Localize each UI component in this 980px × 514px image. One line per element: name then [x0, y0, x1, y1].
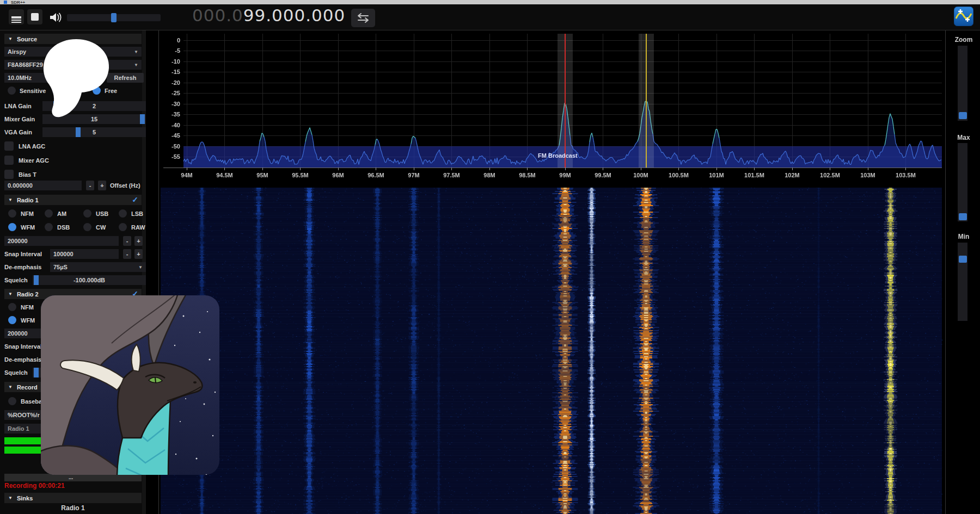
freq-tick-label: 97.5M: [435, 172, 468, 178]
deemphasis-dropdown[interactable]: 75µS ▼: [50, 262, 146, 272]
collapse-triangle-icon: ▼: [8, 36, 13, 41]
window-titlebar: SDR++: [0, 0, 980, 4]
mode-radio-raw[interactable]: [119, 223, 127, 231]
radio2-mode-label-wfm: WFM: [21, 315, 35, 325]
lna-agc-checkbox[interactable]: [4, 141, 14, 151]
snap-interval-input[interactable]: 100000: [50, 249, 119, 259]
mode-label-wfm: WFM: [21, 222, 35, 232]
radio2-mode-radio-nfm[interactable]: [8, 303, 16, 311]
bandwidth-plus-button[interactable]: +: [134, 236, 143, 246]
radio2-squelch-handle[interactable]: [34, 368, 39, 377]
max-slider-handle[interactable]: [959, 213, 967, 220]
freq-tick-label: 100M: [624, 172, 657, 178]
mode-radio-usb[interactable]: [83, 209, 91, 218]
radio2-header-label: Radio 2: [17, 291, 39, 298]
db-tick-label: -25: [161, 90, 180, 96]
bandwidth-minus-button[interactable]: -: [123, 236, 131, 246]
offset-minus-button[interactable]: -: [86, 181, 94, 190]
frequency-display[interactable]: 000.099.000.000: [192, 5, 345, 25]
offset-plus-button[interactable]: +: [98, 181, 106, 190]
min-label: Min: [947, 233, 980, 240]
snap-interval-label: Snap Interval: [4, 249, 42, 259]
vga-gain-value: 5: [42, 127, 146, 137]
zoom-slider-handle[interactable]: [959, 112, 967, 119]
lna-agc-label: LNA AGC: [19, 141, 45, 151]
squelch-label: Squelch: [4, 275, 28, 285]
record-header-label: Record: [17, 384, 38, 391]
db-tick-label: -50: [161, 143, 180, 150]
offset-input[interactable]: 0.000000: [4, 181, 82, 190]
mode-label-cw: CW: [96, 222, 106, 232]
baseband-radio[interactable]: [8, 397, 16, 405]
menu-button[interactable]: [9, 9, 24, 24]
deemphasis-label: De-emphasis: [4, 262, 41, 272]
mixer-agc-checkbox[interactable]: [4, 156, 14, 165]
freq-tick-label: 94M: [170, 172, 203, 178]
radio2-squelch-label: Squelch: [4, 368, 28, 377]
db-tick-label: -40: [161, 122, 180, 128]
vfo-swap-button[interactable]: [351, 9, 375, 27]
ellipsis: ...: [69, 474, 73, 480]
bandwidth-input[interactable]: 200000: [4, 236, 119, 246]
mode-radio-nfm[interactable]: [8, 209, 16, 218]
mode-radio-dsb[interactable]: [45, 223, 53, 231]
min-slider-handle[interactable]: [959, 256, 967, 263]
mixer-gain-label: Mixer Gain: [4, 114, 35, 124]
freq-tick-label: 98M: [473, 172, 506, 178]
frequency-dim-digits: 000.0: [192, 5, 243, 25]
mode-radio-lsb[interactable]: [119, 209, 127, 218]
collapse-triangle-icon: ▼: [8, 197, 13, 202]
mute-button[interactable]: [48, 10, 63, 25]
radio2-mode-radio-wfm[interactable]: [8, 316, 16, 324]
app-icon: [4, 1, 7, 4]
gain-mode-radio-sensitive[interactable]: [8, 86, 16, 95]
freq-tick-label: 99M: [549, 172, 581, 178]
mode-radio-am[interactable]: [45, 209, 53, 218]
freq-tick-label: 103.5M: [889, 172, 922, 178]
chevron-down-icon: ▼: [138, 265, 143, 270]
hamburger-icon: [11, 16, 21, 17]
collapse-triangle-icon: ▼: [8, 496, 13, 500]
freq-tick-label: 100.5M: [662, 172, 695, 178]
freq-tick-label: 101M: [700, 172, 733, 178]
min-slider[interactable]: [958, 243, 967, 321]
snap-plus-button[interactable]: +: [134, 249, 143, 259]
sdrpp-app: 0-5-10-15-20-25-30-35-40-45-50-55 94M94.…: [0, 0, 980, 514]
collapse-triangle-icon: ▼: [8, 292, 13, 296]
offset-row: 0.000000 - + Offset (Hz): [4, 181, 142, 190]
zoom-slider[interactable]: [958, 46, 967, 121]
sinks-header[interactable]: ▼ Sinks: [4, 493, 142, 503]
sdrpp-logo-icon[interactable]: [954, 7, 973, 26]
squelch-slider[interactable]: -100.000dB: [33, 275, 146, 285]
radio1-enabled-check-icon[interactable]: ✓: [132, 195, 138, 204]
stop-icon: [31, 13, 39, 21]
stop-button[interactable]: [27, 9, 42, 24]
radio1-header-label: Radio 1: [17, 197, 39, 203]
freq-tick-label: 97M: [397, 172, 430, 178]
freq-tick-label: 96.5M: [359, 172, 392, 178]
db-tick-label: -15: [161, 69, 180, 75]
max-slider[interactable]: [958, 143, 967, 221]
chevron-down-icon: ▼: [134, 49, 138, 54]
record-button[interactable]: ...: [4, 474, 142, 481]
radio1-header[interactable]: ▼ Radio 1 ✓: [4, 195, 142, 205]
band-plan-label: FM Broadcast: [538, 152, 578, 159]
recording-status: Recording 00:00:21: [4, 482, 65, 490]
db-tick-label: -10: [161, 58, 180, 65]
mode-label-dsb: DSB: [57, 222, 70, 232]
bias-t-checkbox[interactable]: [4, 170, 14, 179]
squelch-value: -100.000dB: [33, 275, 146, 285]
vga-gain-slider[interactable]: 5: [42, 127, 146, 137]
mode-label-lsb: LSB: [131, 209, 143, 219]
snap-minus-button[interactable]: -: [123, 249, 131, 259]
mode-radio-wfm[interactable]: [8, 223, 16, 231]
radio2-deemphasis-label: De-emphasis: [4, 355, 41, 364]
mode-radio-cw[interactable]: [83, 223, 91, 231]
radio1-bandwidth-row: 200000 - +: [4, 236, 142, 246]
radio1-modes-row2: WFM DSB CW RAW: [4, 222, 142, 232]
volume-slider-handle[interactable]: [111, 13, 117, 22]
freq-tick-label: 102M: [776, 172, 808, 178]
offset-label: Offset (Hz): [110, 181, 140, 190]
toolbar: 000.099.000.000: [0, 4, 980, 30]
mode-label-nfm: NFM: [21, 209, 34, 219]
